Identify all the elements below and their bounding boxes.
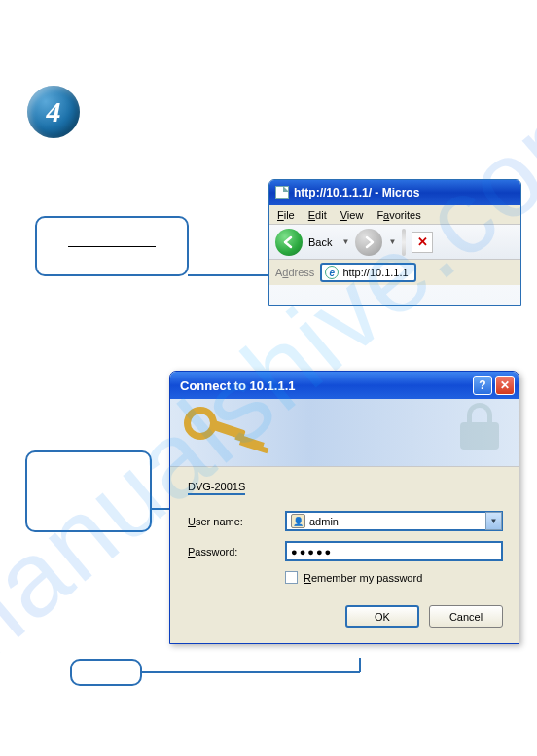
dialog-banner (170, 399, 519, 467)
step-number: 4 (47, 95, 61, 128)
callout-address (35, 216, 189, 276)
connector-1 (188, 274, 277, 276)
menu-view[interactable]: View (340, 209, 364, 221)
username-label: User name: (188, 516, 285, 527)
ie-menubar: File Edit View Favorites (269, 205, 520, 225)
username-dropdown-icon[interactable]: ▼ (485, 512, 502, 530)
ie-address-bar: Address e http://10.1.1.1 (269, 260, 520, 285)
keys-icon (184, 407, 217, 440)
address-url: http://10.1.1.1 (342, 267, 408, 278)
ie-title-text: http://10.1.1.1/ - Micros (294, 186, 419, 199)
address-label: Address (275, 267, 314, 278)
step-badge: 4 (27, 86, 80, 138)
callout-credentials (25, 450, 152, 532)
ie-logo-icon: e (325, 266, 339, 279)
cancel-button[interactable]: Cancel (429, 605, 503, 628)
stop-button[interactable]: ✕ (412, 232, 433, 253)
password-mask: ●●●●● (291, 546, 333, 558)
user-avatar-icon: 👤 (291, 514, 305, 528)
ie-toolbar: Back ▼ ▼ ✕ (269, 225, 520, 260)
dialog-title-text: Connect to 10.1.1.1 (180, 378, 470, 393)
forward-button[interactable] (355, 229, 382, 256)
ie-titlebar: http://10.1.1.1/ - Micros (269, 180, 520, 205)
menu-edit[interactable]: Edit (308, 209, 327, 221)
ok-button[interactable]: OK (345, 605, 419, 628)
realm-text: DVG-2001S (188, 481, 245, 495)
connector-3a (141, 671, 360, 673)
password-label: Password: (188, 546, 285, 558)
blank-line (68, 246, 156, 247)
dialog-body: DVG-2001S User name: 👤 admin ▼ Password:… (170, 467, 519, 643)
lock-icon (460, 405, 499, 450)
toolbar-separator (402, 229, 406, 256)
address-input[interactable]: e http://10.1.1.1 (320, 263, 415, 282)
username-input[interactable]: 👤 admin (285, 511, 503, 531)
menu-file[interactable]: File (277, 209, 295, 221)
close-button[interactable]: ✕ (495, 376, 515, 395)
callout-ok (70, 659, 142, 686)
connector-3b (359, 658, 361, 672)
back-button[interactable] (275, 229, 303, 256)
remember-checkbox[interactable] (285, 571, 298, 584)
back-dropdown-icon[interactable]: ▼ (341, 237, 349, 246)
password-input[interactable]: ●●●●● (285, 541, 503, 561)
ie-window: http://10.1.1.1/ - Micros File Edit View… (268, 179, 521, 306)
forward-dropdown-icon[interactable]: ▼ (388, 237, 396, 246)
page-icon (275, 186, 289, 199)
dialog-titlebar: Connect to 10.1.1.1 ? ✕ (170, 372, 519, 399)
menu-favorites[interactable]: Favorites (376, 209, 420, 221)
username-value: admin (309, 516, 339, 527)
auth-dialog: Connect to 10.1.1.1 ? ✕ DVG-2001S User n… (169, 371, 519, 644)
help-button[interactable]: ? (473, 376, 492, 395)
remember-label: Remember my password (304, 572, 422, 584)
back-label: Back (308, 236, 332, 248)
